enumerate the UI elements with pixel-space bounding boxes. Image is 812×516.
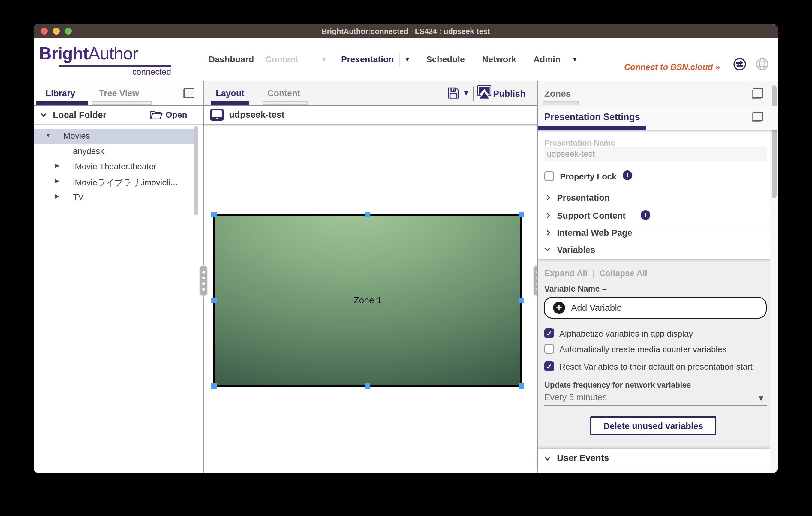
resize-handle-n[interactable] (365, 212, 370, 217)
save-icon[interactable] (447, 86, 460, 100)
tab-library[interactable]: Library (46, 89, 75, 98)
reset-variables-checkbox[interactable]: ✓ (544, 362, 554, 371)
local-folder-label: Local Folder (53, 110, 106, 120)
section-support-content[interactable]: Support Content i (538, 207, 770, 224)
section-label: Presentation (557, 193, 610, 203)
left-splitter-handle[interactable] (199, 265, 208, 297)
panel-scrollbar-track[interactable] (770, 81, 778, 473)
section-internal-web-page[interactable]: Internal Web Page (538, 224, 770, 242)
collapse-all-link[interactable]: Collapse All (600, 269, 647, 278)
connect-bsn-link[interactable]: Connect to BSN.cloud » (624, 62, 720, 72)
library-tab-indicator (36, 101, 88, 105)
monitor-icon (210, 109, 224, 121)
user-events-label: User Events (557, 453, 609, 463)
logo-underline (59, 65, 171, 67)
editor-tabstrip: Layout Content ▼ Publish (204, 81, 537, 105)
plus-icon: + (553, 302, 565, 314)
nav-dashboard[interactable]: Dashboard (208, 55, 254, 64)
open-folder-icon[interactable] (150, 110, 163, 120)
chevron-down-icon (40, 111, 46, 117)
brightauthor-logo: BrightAuthor (39, 44, 138, 63)
expand-collapse-controls: Expand All|Collapse All (544, 269, 647, 278)
nav-separator (314, 53, 315, 66)
resize-handle-ne[interactable] (519, 212, 524, 217)
delete-unused-variables-button[interactable]: Delete unused variables (590, 416, 716, 435)
tree-item-label: Movies (63, 131, 90, 141)
nav-network[interactable]: Network (482, 55, 516, 64)
sort-indicator[interactable]: – (602, 284, 607, 294)
tab-layout[interactable]: Layout (216, 89, 244, 98)
resize-handle-nw[interactable] (211, 212, 216, 217)
logo-bold: Bright (39, 43, 89, 63)
info-icon[interactable]: i (641, 210, 650, 220)
resize-handle-s[interactable] (365, 384, 370, 389)
presentation-title-bar: udpseek-test (204, 105, 537, 125)
sync-transfer-icon[interactable] (733, 58, 746, 71)
section-presentation[interactable]: Presentation (538, 189, 770, 207)
media-counter-checkbox[interactable] (544, 344, 554, 354)
collapse-panel-icon[interactable] (752, 89, 763, 99)
resize-handle-sw[interactable] (211, 384, 216, 389)
panel-scrollbar-thumb[interactable] (772, 86, 777, 198)
media-tree: ▼ Movies anydesk ▶ iMovie Theater.theate… (34, 129, 203, 205)
nav-admin[interactable]: Admin (533, 55, 560, 64)
tree-item-movies[interactable]: ▼ Movies (34, 129, 195, 144)
expand-all-link[interactable]: Expand All (544, 269, 587, 278)
collapsed-arrow-icon[interactable]: ▶ (55, 162, 59, 169)
app-header: BrightAuthor connected Dashboard Content… (34, 38, 778, 81)
collapse-panel-icon[interactable] (752, 112, 763, 122)
zone-1[interactable]: Zone 1 (213, 214, 522, 387)
collapsed-arrow-icon[interactable]: ▶ (55, 192, 59, 200)
nav-separator (567, 53, 567, 66)
alphabetize-checkbox[interactable]: ✓ (544, 329, 554, 338)
section-label: Variables (557, 245, 595, 255)
collapsed-arrow-icon[interactable]: ▶ (55, 177, 59, 184)
tree-item-tv[interactable]: ▶ TV (34, 190, 203, 205)
section-variables[interactable]: Variables (538, 242, 770, 259)
nav-presentation[interactable]: Presentation (341, 55, 394, 64)
expanded-arrow-icon[interactable]: ▼ (45, 131, 51, 139)
admin-dropdown-icon[interactable]: ▼ (572, 56, 578, 63)
open-button[interactable]: Open (166, 110, 187, 120)
publish-button[interactable]: Publish (493, 89, 525, 99)
resize-handle-e[interactable] (519, 298, 524, 303)
resize-handle-w[interactable] (211, 298, 216, 303)
presentation-name-input[interactable] (544, 147, 767, 161)
nav-separator (399, 53, 400, 66)
presentation-dropdown-icon[interactable]: ▼ (404, 56, 410, 63)
collapse-panel-icon[interactable] (183, 88, 195, 98)
media-counter-label: Automatically create media counter varia… (559, 345, 726, 354)
save-dropdown-icon[interactable]: ▼ (462, 89, 470, 97)
local-folder-header[interactable]: Local Folder Open (34, 105, 203, 125)
info-icon[interactable]: i (622, 171, 632, 180)
zones-tabstrip: Zones (538, 81, 778, 106)
zones-tab-indicator (543, 101, 579, 105)
tree-item-label: iMovieライブラリ.imovieli... (73, 177, 178, 188)
content-dropdown-icon[interactable]: ▼ (321, 56, 327, 63)
resize-handle-se[interactable] (519, 384, 524, 389)
add-variable-button[interactable]: + Add Variable (544, 297, 767, 318)
tab-zones[interactable]: Zones (544, 89, 571, 99)
nav-content[interactable]: Content (265, 55, 298, 64)
update-frequency-value: Every 5 minutes (544, 392, 607, 402)
update-frequency-select[interactable]: Every 5 minutes ▼ (544, 391, 767, 405)
tree-item-anydesk[interactable]: anydesk (34, 144, 203, 159)
select-caret-icon: ▼ (757, 394, 765, 403)
tree-item-imovie-library[interactable]: ▶ iMovieライブラリ.imovieli... (34, 175, 203, 190)
tree-item-label: anydesk (73, 146, 104, 156)
alphabetize-label: Alphabetize variables in app display (559, 329, 693, 339)
library-sidebar: Library Tree View Local Folder Open ▼ Mo… (34, 81, 203, 473)
tab-content[interactable]: Content (267, 89, 300, 98)
tab-tree-view[interactable]: Tree View (99, 89, 139, 98)
settings-panel: Zones Presentation Settings Presentation… (538, 81, 778, 473)
tree-item-label: TV (73, 192, 84, 202)
tree-item-imovie-theater[interactable]: ▶ iMovie Theater.theater (34, 159, 203, 175)
settings-tab-indicator (538, 126, 646, 130)
globe-icon[interactable] (756, 58, 769, 71)
publish-icon[interactable] (477, 84, 492, 101)
property-lock-checkbox[interactable] (544, 171, 554, 181)
section-user-events[interactable]: User Events (538, 449, 770, 468)
nav-schedule[interactable]: Schedule (426, 55, 465, 64)
sidebar-scrollbar[interactable] (195, 126, 198, 215)
update-frequency-label: Update frequency for network variables (544, 381, 691, 390)
